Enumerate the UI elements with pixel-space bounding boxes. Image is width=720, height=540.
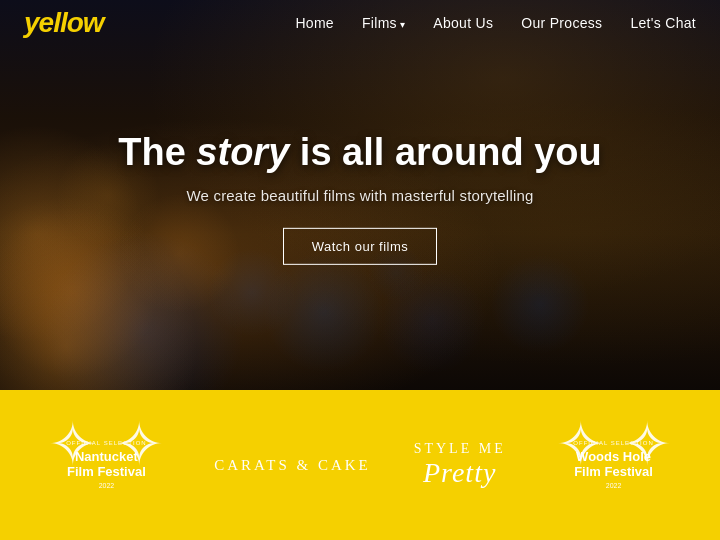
bottom-bar: ✧ ✧ OFFICIAL SELECTION Nantucket Film Fe… <box>0 390 720 540</box>
style-me-label: STYLE ME <box>414 441 506 457</box>
badge-year-woods: 2022 <box>573 482 653 490</box>
badge-sub-nantucket: Film Festival <box>66 464 146 480</box>
headline-em: story <box>196 131 289 173</box>
badge-main-nantucket: Nantucket <box>66 449 146 465</box>
nav-item-home[interactable]: Home <box>295 14 334 32</box>
nav-link-home[interactable]: Home <box>295 15 334 31</box>
badge-text-nantucket: OFFICIAL SELECTION Nantucket Film Festiv… <box>66 440 146 491</box>
nav-link-chat[interactable]: Let's Chat <box>630 15 696 31</box>
woods-hole-badge: ✧ ✧ OFFICIAL SELECTION Woods Hole Film F… <box>549 410 679 520</box>
pretty-label: Pretty <box>423 457 496 488</box>
nav-item-process[interactable]: Our Process <box>521 14 602 32</box>
nav-item-about[interactable]: About Us <box>433 14 493 32</box>
hero-section: The story is all around you We create be… <box>0 0 720 390</box>
nav-link-films[interactable]: Films <box>362 15 405 31</box>
badge-sub-woods: Film Festival <box>573 464 653 480</box>
navbar: yellow Home Films About Us Our Process L… <box>0 0 720 46</box>
nav-link-process[interactable]: Our Process <box>521 15 602 31</box>
nav-item-films[interactable]: Films <box>362 14 405 32</box>
badge-official-woods: OFFICIAL SELECTION <box>573 440 653 447</box>
badge-text-woods-hole: OFFICIAL SELECTION Woods Hole Film Festi… <box>573 440 653 491</box>
nav-links: Home Films About Us Our Process Let's Ch… <box>295 14 696 32</box>
badge-main-woods: Woods Hole <box>573 449 653 465</box>
badge-official-nantucket: OFFICIAL SELECTION <box>66 440 146 447</box>
badge-year-nantucket: 2022 <box>66 482 146 490</box>
nantucket-badge: ✧ ✧ OFFICIAL SELECTION Nantucket Film Fe… <box>41 410 171 520</box>
site-logo[interactable]: yellow <box>24 7 104 39</box>
hero-headline: The story is all around you <box>60 131 660 175</box>
carats-cake-logo: CARATS & CAKE <box>214 457 371 474</box>
watch-films-button[interactable]: Watch our films <box>283 228 438 265</box>
headline-post: is all around you <box>289 131 602 173</box>
style-me-pretty-logo: STYLE ME Pretty <box>414 441 506 489</box>
nav-item-chat[interactable]: Let's Chat <box>630 14 696 32</box>
hero-content: The story is all around you We create be… <box>60 131 660 265</box>
laurel-wrapper-nantucket: ✧ ✧ OFFICIAL SELECTION Nantucket Film Fe… <box>46 410 166 520</box>
headline-pre: The <box>118 131 196 173</box>
hero-subtext: We create beautiful films with masterful… <box>60 187 660 204</box>
laurel-wrapper-woods-hole: ✧ ✧ OFFICIAL SELECTION Woods Hole Film F… <box>554 410 674 520</box>
nav-link-about[interactable]: About Us <box>433 15 493 31</box>
